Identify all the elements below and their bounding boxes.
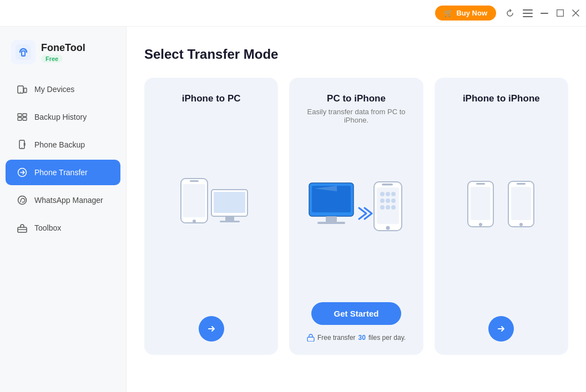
svg-rect-24 — [190, 180, 199, 182]
svg-rect-31 — [326, 216, 337, 222]
card-image — [306, 135, 406, 291]
svg-rect-45 — [382, 184, 393, 186]
title-bar-icons — [505, 8, 579, 18]
card-subtitle: Easily transfer data from PC to iPhone. — [300, 108, 412, 124]
card-title: iPhone to iPhone — [463, 93, 540, 104]
svg-rect-46 — [307, 337, 314, 342]
card-image — [459, 119, 543, 305]
svg-point-17 — [22, 147, 22, 148]
sidebar-item-label: Phone Backup — [34, 140, 85, 149]
get-started-label: Get Started — [334, 309, 379, 318]
maximize-button[interactable] — [556, 9, 564, 17]
free-note-suffix: files per day. — [368, 334, 406, 342]
svg-rect-4 — [557, 10, 563, 17]
transfer-icon — [17, 167, 28, 178]
free-transfer-note: Free transfer 30 files per day. — [307, 334, 406, 342]
svg-point-41 — [380, 205, 385, 210]
svg-point-36 — [386, 192, 390, 196]
pc-to-iphone-card: PC to iPhone Easily transfer data from P… — [289, 78, 423, 355]
main-content: Select Transfer Mode iPhone to PC — [127, 27, 586, 392]
svg-point-43 — [391, 205, 396, 210]
svg-point-44 — [386, 226, 390, 230]
svg-rect-28 — [220, 221, 240, 222]
svg-rect-54 — [517, 183, 526, 185]
svg-rect-13 — [18, 118, 22, 120]
sidebar-item-my-devices[interactable]: My Devices — [6, 77, 120, 102]
svg-rect-15 — [23, 118, 27, 120]
sidebar-item-label: Backup History — [34, 113, 87, 121]
sidebar-item-label: Toolbox — [34, 223, 61, 232]
svg-rect-48 — [471, 187, 491, 220]
svg-rect-5 — [16, 44, 31, 60]
app-body: FoneTool Free My Devices — [0, 27, 586, 392]
card-title: PC to iPhone — [327, 93, 386, 104]
logo-text: FoneTool Free — [41, 42, 85, 63]
svg-point-9 — [20, 91, 21, 92]
menu-icon[interactable] — [523, 8, 533, 18]
svg-point-37 — [391, 192, 396, 196]
card-footer — [446, 316, 557, 342]
svg-point-53 — [519, 223, 523, 226]
iphone-to-pc-card: iPhone to PC — [144, 78, 278, 355]
iphone-to-iphone-card: iPhone to iPhone — [435, 78, 568, 355]
buy-now-button[interactable]: 🛒 Buy Now — [435, 6, 496, 21]
card-footer — [155, 316, 267, 342]
page-title: Select Transfer Mode — [144, 47, 568, 62]
svg-rect-3 — [540, 13, 548, 14]
svg-point-42 — [386, 205, 390, 210]
free-note-num: 30 — [358, 334, 366, 342]
sidebar-item-whatsapp-manager[interactable]: WhatsApp Manager — [6, 187, 120, 213]
svg-point-11 — [25, 91, 26, 92]
svg-rect-14 — [23, 114, 27, 116]
svg-point-49 — [479, 223, 482, 226]
svg-rect-52 — [511, 187, 531, 220]
svg-rect-2 — [523, 16, 533, 17]
minimize-button[interactable] — [540, 9, 548, 17]
svg-point-7 — [23, 54, 24, 55]
free-note-prefix: Free transfer — [317, 334, 356, 342]
app-name: FoneTool — [41, 42, 85, 54]
sidebar: FoneTool Free My Devices — [0, 27, 127, 392]
svg-point-39 — [386, 198, 390, 203]
close-button[interactable] — [572, 9, 579, 17]
app-logo: FoneTool Free — [0, 35, 126, 75]
phone-backup-icon — [17, 139, 28, 150]
svg-rect-12 — [18, 114, 22, 116]
iphone-to-pc-arrow-button[interactable] — [199, 316, 224, 342]
svg-rect-1 — [523, 13, 533, 14]
app-badge: Free — [41, 55, 63, 63]
pc-to-iphone-get-started-button[interactable]: Get Started — [311, 302, 401, 325]
card-image — [170, 119, 253, 305]
sidebar-item-label: Phone Transfer — [34, 168, 88, 177]
refresh-icon[interactable] — [505, 8, 515, 18]
toolbox-icon — [17, 222, 28, 233]
svg-rect-0 — [523, 9, 533, 11]
card-footer: Get Started Free transfer 30 files per d… — [300, 302, 412, 342]
sidebar-item-backup-history[interactable]: Backup History — [6, 104, 120, 130]
svg-point-35 — [380, 192, 385, 196]
sidebar-item-phone-transfer[interactable]: Phone Transfer — [6, 160, 120, 185]
svg-rect-26 — [214, 192, 245, 213]
sidebar-item-toolbox[interactable]: Toolbox — [6, 215, 120, 241]
sidebar-item-label: My Devices — [34, 85, 74, 94]
sidebar-item-label: WhatsApp Manager — [34, 196, 103, 205]
transfer-cards: iPhone to PC — [144, 78, 568, 355]
svg-point-23 — [193, 220, 196, 223]
svg-rect-22 — [183, 184, 205, 217]
cart-icon: 🛒 — [444, 9, 453, 17]
svg-rect-50 — [476, 183, 485, 185]
whatsapp-icon — [17, 195, 28, 206]
svg-rect-27 — [225, 216, 234, 221]
buy-now-label: Buy Now — [456, 9, 487, 17]
card-title: iPhone to PC — [182, 93, 241, 104]
app-logo-icon — [11, 40, 36, 64]
svg-point-40 — [391, 198, 396, 203]
iphone-to-iphone-arrow-button[interactable] — [488, 316, 514, 342]
svg-rect-32 — [317, 222, 345, 224]
svg-point-38 — [380, 198, 385, 203]
title-bar: 🛒 Buy Now — [0, 0, 586, 27]
device-icon — [17, 84, 28, 95]
sidebar-item-phone-backup[interactable]: Phone Backup — [6, 132, 120, 157]
backup-icon — [17, 111, 28, 123]
